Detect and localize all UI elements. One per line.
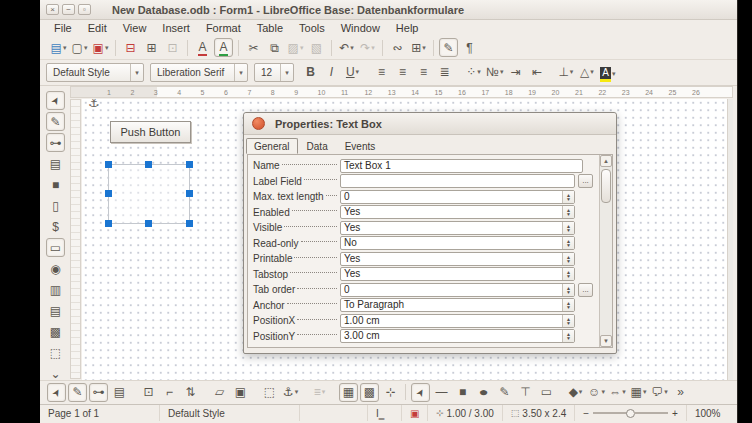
spinner-control[interactable]: ▲▼: [562, 299, 574, 311]
zoom-in-button[interactable]: +: [672, 408, 678, 419]
selection-mode-status[interactable]: I‗: [368, 405, 402, 421]
zoom-slider[interactable]: [593, 409, 668, 418]
callout-shapes-button[interactable]: 🗩▾: [650, 383, 669, 402]
decrease-indent-button[interactable]: ⇤: [527, 62, 546, 81]
formatted-field-button[interactable]: ▭: [46, 238, 65, 257]
spin-down-icon[interactable]: ▼: [566, 305, 571, 309]
dropdown-caret-icon[interactable]: ▾: [643, 388, 647, 396]
show-draw-functions-button[interactable]: ✎: [439, 38, 458, 57]
resize-handle-w[interactable]: [105, 190, 112, 197]
formatting-marks-button[interactable]: ¶: [460, 38, 479, 57]
wizard-toggle-button[interactable]: ⊶: [89, 383, 108, 402]
resize-handle-e[interactable]: [186, 190, 193, 197]
document-modified-status[interactable]: ▣: [402, 405, 428, 421]
form-navigator-button[interactable]: ▤: [110, 383, 129, 402]
vertical-ruler[interactable]: [70, 99, 81, 379]
dropdown-caret-icon[interactable]: ▾: [84, 44, 88, 52]
dropdown-caret-icon[interactable]: ▾: [350, 44, 354, 52]
resize-handle-ne[interactable]: [186, 161, 193, 168]
spinner-control[interactable]: ▲▼: [562, 191, 574, 203]
paragraph-style-combo[interactable]: Default Style ▾: [46, 63, 144, 82]
menu-insert[interactable]: Insert: [154, 22, 198, 34]
insert-hyperlink-button[interactable]: ∾: [388, 38, 407, 57]
list-box-button[interactable]: ▥: [46, 280, 65, 299]
justify-button[interactable]: ≣: [435, 62, 454, 81]
form-wizard-toggle-button[interactable]: ⊶: [46, 133, 65, 152]
paragraph-spacing-button[interactable]: △▾: [577, 62, 596, 81]
freeform-line-button[interactable]: ✎: [495, 383, 514, 402]
snap-to-grid-button[interactable]: ▩: [360, 383, 379, 402]
paragraph-style-dropdown-icon[interactable]: ▾: [130, 64, 143, 81]
activation-order-button[interactable]: ⊡: [139, 383, 158, 402]
property-input-visible[interactable]: Yes▲▼: [340, 221, 575, 235]
scroll-down-icon[interactable]: ▼: [600, 335, 612, 347]
italic-button[interactable]: I: [322, 62, 341, 81]
align-right-button[interactable]: ≡: [414, 62, 433, 81]
spin-down-icon[interactable]: ▼: [566, 336, 571, 340]
clone-formatting-button[interactable]: ▧: [307, 38, 326, 57]
zoom-level-status[interactable]: 100%: [686, 405, 729, 421]
dialog-titlebar[interactable]: Properties: Text Box: [244, 113, 616, 135]
object-size-status[interactable]: ⬚ 3.50 x 2.4: [503, 405, 575, 421]
dropdown-caret-icon[interactable]: ▾: [590, 68, 594, 76]
browse-more-button[interactable]: ...: [578, 283, 593, 297]
dropdown-caret-icon[interactable]: ▾: [105, 44, 109, 52]
form-push-button[interactable]: Push Button: [110, 121, 191, 143]
menu-tools[interactable]: Tools: [291, 22, 333, 34]
check-box-button[interactable]: ▩: [46, 322, 65, 341]
spinner-control[interactable]: ▲▼: [562, 206, 574, 218]
property-input-max-text-length[interactable]: 0▲▼: [340, 190, 575, 204]
copy-button[interactable]: ⧉: [265, 38, 284, 57]
dropdown-caret-icon[interactable]: ▾: [664, 388, 668, 396]
bold-button[interactable]: B: [301, 62, 320, 81]
basic-shapes-button[interactable]: ◆▾: [566, 383, 585, 402]
dropdown-caret-icon[interactable]: ▾: [422, 44, 426, 52]
dropdown-caret-icon[interactable]: ▾: [477, 68, 481, 76]
tab-general[interactable]: General: [246, 138, 298, 154]
spinner-control[interactable]: ▲▼: [562, 222, 574, 234]
menu-help[interactable]: Help: [388, 22, 427, 34]
dialog-scrollbar[interactable]: ▲ ▼: [599, 155, 612, 347]
align-left-button[interactable]: ≡: [372, 62, 391, 81]
dropdown-caret-icon[interactable]: ▾: [295, 388, 299, 396]
tab-events[interactable]: Events: [337, 138, 384, 154]
font-color-button[interactable]: A: [214, 38, 233, 57]
select-tool[interactable]: ➤: [46, 91, 65, 110]
text-box-tool[interactable]: ▯: [46, 196, 65, 215]
highlight-color-button[interactable]: A▾: [598, 65, 617, 84]
label-field-button[interactable]: ▤: [46, 154, 65, 173]
window-maximize-button[interactable]: ▫: [78, 4, 91, 15]
select-button[interactable]: ➤: [47, 383, 66, 402]
page-style-status[interactable]: Default Style: [160, 405, 300, 421]
spin-down-icon[interactable]: ▼: [566, 243, 571, 247]
vertical-scrollbar[interactable]: [727, 99, 733, 380]
browse-more-button[interactable]: ...: [578, 174, 593, 188]
redo-button[interactable]: ↷▾: [358, 38, 377, 57]
titlebar[interactable]: × − ▫ New Database.odb : Form1 - LibreOf…: [40, 0, 737, 20]
underline-button[interactable]: U▾: [343, 62, 362, 81]
spinner-control[interactable]: ▲▼: [562, 268, 574, 280]
toolbar-overflow-button[interactable]: »: [671, 383, 690, 402]
dropdown-caret-icon[interactable]: ▾: [612, 70, 616, 78]
align-center-button[interactable]: ≡: [393, 62, 412, 81]
open-in-design-mode-button[interactable]: ▱: [210, 383, 229, 402]
print-button[interactable]: ⊞: [142, 38, 161, 57]
scroll-up-icon[interactable]: ▲: [600, 155, 612, 167]
cursor-position-status[interactable]: ⊹ 1.00 / 3.00: [428, 405, 503, 421]
menu-edit[interactable]: Edit: [80, 22, 115, 34]
dropdown-caret-icon[interactable]: ▾: [63, 44, 67, 52]
resize-handle-s[interactable]: [145, 220, 152, 227]
property-input-read-only[interactable]: No▲▼: [340, 236, 575, 250]
insert-text-box-button[interactable]: ⊤: [516, 383, 535, 402]
spinner-control[interactable]: ▲▼: [562, 315, 574, 327]
font-color-red-button[interactable]: A: [193, 38, 212, 57]
helplines-while-moving-button[interactable]: ⊹: [381, 383, 400, 402]
add-field-button[interactable]: ⌐: [160, 383, 179, 402]
callout-button[interactable]: ▭: [537, 383, 556, 402]
property-input-positiony[interactable]: 3.00 cm▲▼: [340, 329, 575, 343]
property-input-tab-order[interactable]: 0▲▼: [340, 283, 575, 297]
font-name-dropdown-icon[interactable]: ▾: [234, 64, 247, 81]
ordered-list-button[interactable]: №▾: [485, 62, 504, 81]
cut-button[interactable]: ✂: [244, 38, 263, 57]
unordered-list-button[interactable]: ⁘▾: [464, 62, 483, 81]
